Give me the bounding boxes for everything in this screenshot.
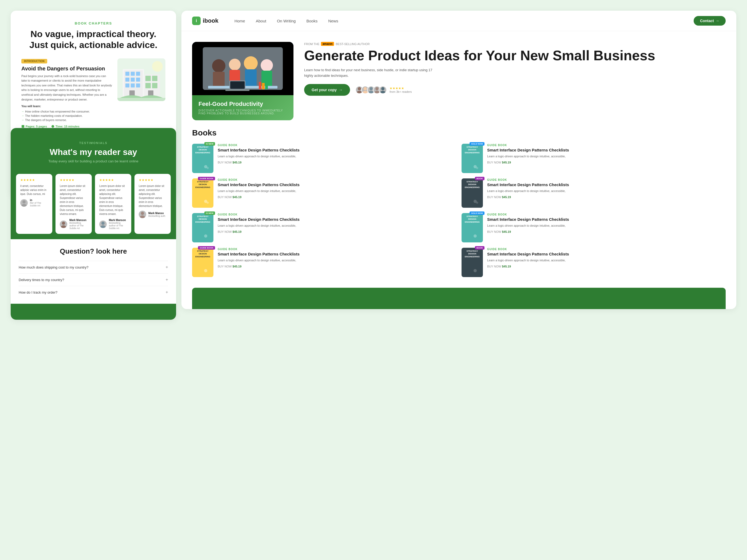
- testimonials-title: What's my reader say: [19, 147, 168, 157]
- reader-avatar-5: [379, 86, 387, 94]
- book-info-2: GUIDE BOOK Smart Interface Design Patter…: [487, 144, 726, 164]
- book-category-8: GUIDE BOOK: [487, 248, 726, 251]
- test-name-1: in: [30, 199, 48, 202]
- nav-about[interactable]: About: [256, 19, 266, 23]
- faq-section: Question? look here How much does shippi…: [11, 239, 176, 304]
- book-badge-2: SOLD NOW: [469, 142, 485, 145]
- chapter-image-intro: [118, 58, 165, 101]
- hero-actions: Get your copy →: [304, 84, 726, 96]
- book-item-7: STRATEGYDESIGNENGINEERING GUIDE BOOK GUI…: [192, 248, 456, 277]
- chapter-card-intro: INTRODUCTION Avoid the Dangers of Persua…: [21, 58, 165, 128]
- contact-arrow-icon: →: [716, 19, 719, 23]
- faq-title: Question? look here: [19, 247, 168, 256]
- chapter-badge-intro: INTRODUCTION: [21, 59, 47, 63]
- svg-rect-52: [213, 72, 225, 88]
- book-price-6: BUY NOW $45.19: [487, 230, 726, 233]
- hero-green-card: Feel-Good Productivity DISCOVER ACTIONAB…: [192, 95, 293, 120]
- svg-point-51: [212, 59, 226, 73]
- faq-item-1[interactable]: How much does shipping cost to my countr…: [19, 261, 168, 273]
- faq-expand-icon-1[interactable]: +: [166, 265, 168, 270]
- book-desc-3: Learn a logic-driven approach to design …: [218, 189, 456, 193]
- svg-rect-16: [146, 76, 151, 81]
- chapter-desc-intro: Paul begins your journey with a rock-sol…: [21, 74, 112, 102]
- test-author-info-3: Mark Manson Bestselling author of The Su…: [109, 219, 127, 230]
- book-cover-8: STRATEGYDESIGNENGINEERING BOOK: [462, 248, 483, 277]
- book-cover-text-5: STRATEGYDESIGNENGINEERING: [194, 215, 212, 223]
- stars-4: ★★★★★: [139, 178, 166, 182]
- nav-on-writing[interactable]: On Writing: [277, 19, 296, 23]
- test-name-4: Mark Manso: [148, 212, 165, 215]
- book-name-3: Smart Interface Design Patterns Checklis…: [218, 182, 456, 187]
- book-badge-4: BOOK: [475, 177, 485, 180]
- book-name-2: Smart Interface Design Patterns Checklis…: [487, 148, 726, 153]
- book-item-8: STRATEGYDESIGNENGINEERING BOOK GUIDE BOO…: [462, 248, 726, 277]
- testimonial-card-1: ★★★★★ it amet, consectetur adipisic vari…: [16, 174, 52, 234]
- book-desc-7: Learn a logic-driven approach to design …: [218, 258, 456, 263]
- book-category-5: GUIDE BOOK: [218, 213, 456, 216]
- book-cover-3: STRATEGYDESIGNENGINEERING GUIDE BOOK: [192, 179, 213, 208]
- svg-point-53: [229, 59, 241, 71]
- book-category-1: GUIDE BOOK: [218, 144, 456, 146]
- svg-rect-13: [136, 83, 140, 87]
- list-item-2: The hidden marketing costs of manipulati…: [21, 114, 112, 118]
- test-name-3: Mark Manson: [109, 219, 127, 221]
- svg-rect-19: [152, 83, 157, 88]
- svg-point-44: [101, 221, 105, 225]
- svg-point-77: [207, 167, 209, 169]
- book-category-4: GUIDE BOOK: [487, 179, 726, 181]
- svg-point-85: [473, 234, 477, 238]
- test-text-2: Lorem ipsum dolor sit amet, consectetur …: [60, 184, 87, 216]
- svg-rect-8: [125, 78, 129, 82]
- svg-point-42: [62, 221, 65, 225]
- test-author-info-4: Mark Manso Bestselling auth: [148, 212, 165, 217]
- book-cover-text-6: STRATEGYDESIGNENGINEERING: [463, 215, 481, 223]
- reader-avatars: [355, 86, 387, 94]
- svg-point-74: [381, 87, 384, 90]
- book-cover-6: STRATEGYDESIGNENGINEERING SOLD NOW: [462, 213, 483, 242]
- svg-point-84: [204, 234, 207, 238]
- reader-stars: ★★★★★: [389, 86, 412, 90]
- book-item-3: STRATEGYDESIGNENGINEERING GUIDE BOOK GUI…: [192, 179, 456, 208]
- test-text-3: Lorem ipsum dolor sit amet, consectetur …: [99, 184, 127, 216]
- stars-3: ★★★★★: [99, 178, 127, 182]
- chapter-content-intro: INTRODUCTION Avoid the Dangers of Persua…: [21, 58, 112, 128]
- book-name-8: Smart Interface Design Patterns Checklis…: [487, 252, 726, 257]
- book-price-7: BUY NOW $45.19: [218, 265, 456, 268]
- book-desc-1: Learn a logic-driven approach to design …: [218, 154, 456, 159]
- book-cover-1: STRATEGYDESIGNENGINEERING IS NEW: [192, 144, 213, 173]
- hero-card-heading: Feel-Good Productivity: [199, 101, 287, 107]
- svg-rect-6: [131, 72, 135, 76]
- nav-home[interactable]: Home: [234, 19, 245, 23]
- avatar-2: [60, 220, 67, 228]
- nav-news[interactable]: News: [328, 19, 338, 23]
- book-price-5: BUY NOW $45.19: [218, 230, 456, 233]
- faq-expand-icon-2[interactable]: +: [166, 277, 168, 282]
- book-item-4: STRATEGYDESIGNENGINEERING BOOK GUIDE BOO…: [462, 179, 726, 208]
- faq-expand-icon-3[interactable]: +: [166, 290, 168, 295]
- hero-image: [192, 42, 293, 95]
- book-price-8: BUY NOW $45.19: [487, 265, 726, 268]
- books-title: Books: [192, 128, 726, 137]
- bottom-green-section: [192, 288, 726, 309]
- book-desc-4: Learn a logic-driven approach to design …: [487, 189, 726, 193]
- book-category-3: GUIDE BOOK: [218, 179, 456, 181]
- faq-question-1: How much does shipping cost to my countr…: [19, 265, 88, 269]
- hero-image-card: Feel-Good Productivity DISCOVER ACTIONAB…: [192, 42, 293, 120]
- logo: i ibook: [192, 17, 218, 25]
- svg-point-70: [369, 87, 373, 90]
- chapter-list-intro: How online choice has empowered the cons…: [21, 109, 112, 122]
- get-copy-button[interactable]: Get your copy →: [304, 84, 350, 96]
- svg-rect-64: [262, 83, 265, 89]
- svg-rect-62: [226, 89, 250, 91]
- contact-button[interactable]: Contact →: [694, 16, 726, 26]
- svg-rect-5: [125, 72, 129, 76]
- test-role-4: Bestselling auth: [148, 215, 165, 217]
- faq-item-2[interactable]: Delivery times to my country? +: [19, 273, 168, 286]
- svg-rect-21: [118, 98, 165, 101]
- reader-info: ★★★★★ from 3k+ readers: [389, 86, 412, 93]
- avatar-1: [20, 199, 28, 207]
- faq-item-3[interactable]: How do I track my order? +: [19, 286, 168, 298]
- nav-books[interactable]: Books: [306, 19, 317, 23]
- book-cover-text-2: STRATEGYDESIGNENGINEERING: [463, 146, 481, 154]
- hero-content: FROM THE amazon BEST-SELLING AUTHOR Gene…: [304, 42, 726, 96]
